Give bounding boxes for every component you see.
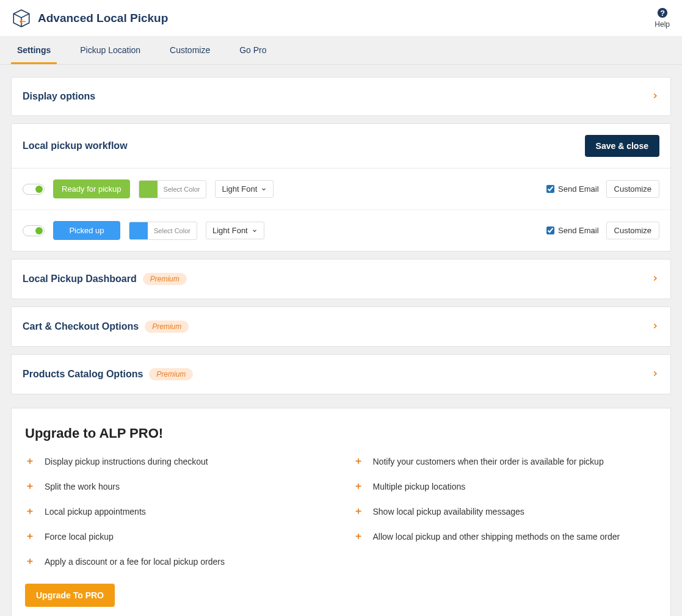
panel-catalog-title: Products Catalog Options (23, 369, 143, 380)
plus-icon: ＋ (354, 505, 363, 518)
feature-item: ＋Local pickup appointments (25, 505, 329, 518)
font-select-label: Light Font (212, 226, 248, 235)
send-email-label: Send Email (558, 226, 598, 235)
features-grid: ＋Display pickup instructions during chec… (25, 455, 657, 568)
logo-icon (11, 8, 32, 29)
workflow-row-ready: Ready for pickup Select Color Light Font… (12, 168, 670, 209)
panel-cart: Cart & Checkout Options Premium (11, 306, 671, 347)
premium-badge: Premium (143, 273, 187, 285)
status-badge-ready: Ready for pickup (53, 179, 130, 198)
select-color-label: Select Color (148, 227, 197, 234)
feature-text: Split the work hours (45, 482, 120, 491)
upgrade-title: Upgrade to ALP PRO! (25, 426, 657, 441)
feature-text: Display pickup instructions during check… (45, 457, 208, 466)
feature-item: ＋Allow local pickup and other shipping m… (354, 530, 658, 543)
toggle-picked[interactable] (23, 225, 45, 236)
workflow-row-picked: Picked up Select Color Light Font Send E… (12, 209, 670, 251)
plus-icon: ＋ (354, 480, 363, 493)
chevron-down-icon (252, 228, 258, 234)
feature-text: Multiple pickup locations (373, 482, 466, 491)
panel-workflow-header: Local pickup workflow Save & close (12, 124, 670, 168)
feature-text: Allow local pickup and other shipping me… (373, 532, 620, 542)
premium-badge: Premium (149, 368, 193, 380)
tab-customize[interactable]: Customize (164, 37, 216, 64)
send-email-checkbox[interactable] (546, 185, 554, 193)
help-label: Help (655, 20, 670, 29)
feature-item: ＋Apply a discount or a fee for local pic… (25, 555, 329, 568)
status-badge-picked: Picked up (53, 221, 120, 240)
panel-catalog-header[interactable]: Products Catalog Options Premium (12, 355, 670, 394)
premium-badge: Premium (145, 321, 189, 333)
plus-icon: ＋ (25, 505, 35, 518)
customize-button-picked[interactable]: Customize (606, 222, 659, 239)
color-select-picked[interactable]: Select Color (129, 222, 197, 240)
font-select-picked[interactable]: Light Font (206, 222, 264, 239)
help-button[interactable]: ? Help (655, 7, 670, 29)
svg-text:?: ? (660, 9, 665, 18)
select-color-label: Select Color (158, 186, 206, 193)
chevron-right-icon (651, 322, 659, 332)
app-header: Advanced Local Pickup ? Help (0, 0, 682, 37)
send-email-ready[interactable]: Send Email (546, 184, 598, 194)
color-swatch-icon (129, 222, 148, 240)
chevron-right-icon (651, 92, 659, 102)
feature-item: ＋Multiple pickup locations (354, 480, 658, 493)
feature-text: Force local pickup (45, 532, 114, 542)
chevron-right-icon (651, 369, 659, 380)
panel-cart-title: Cart & Checkout Options (23, 321, 139, 332)
send-email-label: Send Email (558, 184, 598, 194)
header-left: Advanced Local Pickup (11, 8, 168, 29)
plus-icon: ＋ (25, 555, 35, 568)
feature-item: ＋Show local pickup availability messages (354, 505, 658, 518)
font-select-label: Light Font (222, 184, 257, 194)
feature-text: Show local pickup availability messages (373, 507, 524, 516)
chevron-down-icon (261, 186, 267, 192)
plus-icon: ＋ (25, 455, 35, 468)
app-title: Advanced Local Pickup (38, 12, 168, 25)
main-content: Display options Local pickup workflow Sa… (0, 65, 682, 616)
panel-catalog: Products Catalog Options Premium (11, 354, 671, 394)
plus-icon: ＋ (25, 530, 35, 543)
plus-icon: ＋ (354, 530, 363, 543)
feature-text: Local pickup appointments (45, 507, 146, 516)
send-email-checkbox[interactable] (546, 226, 554, 234)
feature-item: ＋Display pickup instructions during chec… (25, 455, 329, 468)
panel-dashboard: Local Pickup Dashboard Premium (11, 259, 671, 299)
upgrade-button[interactable]: Upgrade To PRO (25, 584, 115, 607)
panel-display-options-title: Display options (23, 91, 95, 102)
panel-display-options: Display options (11, 77, 671, 116)
feature-item: ＋Split the work hours (25, 480, 329, 493)
tab-settings[interactable]: Settings (11, 37, 57, 64)
toggle-ready[interactable] (23, 184, 45, 195)
feature-text: Notify your customers when their order i… (373, 457, 604, 466)
panel-workflow-title: Local pickup workflow (23, 140, 128, 151)
color-select-ready[interactable]: Select Color (139, 180, 207, 198)
feature-item: ＋Notify your customers when their order … (354, 455, 658, 468)
customize-button-ready[interactable]: Customize (606, 180, 659, 198)
panel-cart-header[interactable]: Cart & Checkout Options Premium (12, 307, 670, 346)
plus-icon: ＋ (354, 455, 363, 468)
feature-text: Apply a discount or a fee for local pick… (45, 557, 225, 567)
tab-go-pro[interactable]: Go Pro (233, 37, 272, 64)
feature-item: ＋Force local pickup (25, 530, 329, 543)
tabs-nav: Settings Pickup Location Customize Go Pr… (0, 37, 682, 65)
save-close-button[interactable]: Save & close (585, 135, 659, 157)
upgrade-panel: Upgrade to ALP PRO! ＋Display pickup inst… (11, 408, 671, 616)
panel-workflow: Local pickup workflow Save & close Ready… (11, 123, 671, 252)
font-select-ready[interactable]: Light Font (215, 180, 274, 198)
panel-dashboard-title: Local Pickup Dashboard (23, 274, 137, 284)
panel-dashboard-header[interactable]: Local Pickup Dashboard Premium (12, 259, 670, 299)
send-email-picked[interactable]: Send Email (546, 226, 598, 235)
panel-display-options-header[interactable]: Display options (12, 78, 670, 115)
color-swatch-icon (139, 180, 158, 198)
plus-icon: ＋ (25, 480, 35, 493)
tab-pickup-location[interactable]: Pickup Location (74, 37, 147, 64)
chevron-right-icon (651, 274, 659, 284)
help-icon: ? (655, 7, 670, 20)
